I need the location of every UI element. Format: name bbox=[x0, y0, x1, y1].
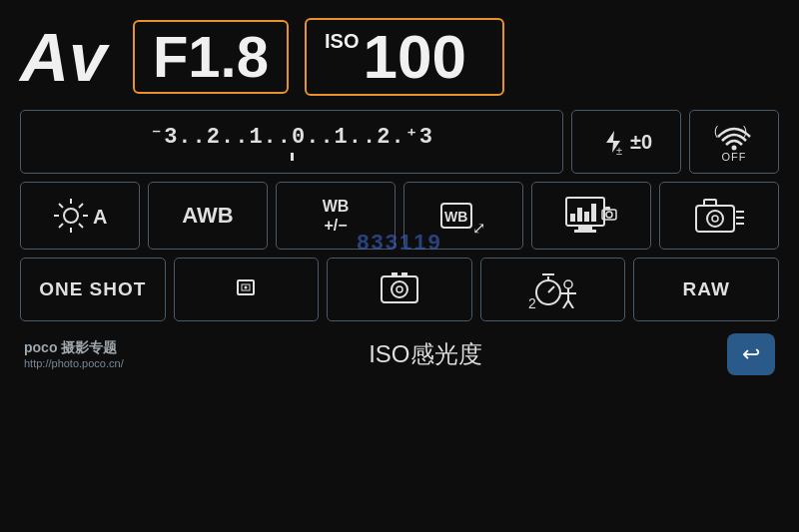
svg-text:⤢: ⤢ bbox=[472, 220, 485, 236]
svg-rect-38 bbox=[382, 276, 417, 302]
svg-rect-24 bbox=[591, 204, 596, 222]
svg-rect-21 bbox=[570, 214, 575, 222]
wifi-content: ( ) OFF bbox=[714, 121, 754, 163]
svg-point-30 bbox=[707, 211, 723, 227]
focus-area-icon bbox=[224, 270, 268, 308]
drive-mode-label: ONE SHOT bbox=[39, 278, 146, 300]
self-timer[interactable]: 2 bbox=[480, 258, 626, 321]
svg-text:WB: WB bbox=[444, 209, 467, 225]
wifi-control[interactable]: ( ) OFF bbox=[689, 110, 779, 174]
svg-point-47 bbox=[564, 280, 572, 288]
svg-point-2 bbox=[732, 146, 737, 151]
exposure-row: ⁻3..2..1..0..1..2.⁺3 ± ±0 ( ) bbox=[20, 110, 779, 174]
camera-screen: 833119 Av F1.8 ISO 100 ⁻3..2..1..0..1..2… bbox=[0, 0, 799, 532]
svg-rect-22 bbox=[577, 208, 582, 222]
svg-rect-27 bbox=[605, 207, 610, 210]
svg-rect-28 bbox=[696, 206, 734, 232]
metering-icon: A bbox=[51, 194, 109, 238]
poco-url: http://photo.poco.cn/ bbox=[24, 357, 124, 369]
svg-text:2: 2 bbox=[528, 295, 536, 308]
svg-rect-20 bbox=[574, 230, 596, 233]
drive-mode[interactable]: ONE SHOT bbox=[20, 258, 166, 321]
white-balance[interactable]: AWB bbox=[148, 182, 268, 250]
svg-line-45 bbox=[548, 286, 554, 292]
wb-shift-icon: WB ⤢ bbox=[439, 196, 487, 236]
wb-adjust-content: WB+/− bbox=[323, 197, 350, 235]
iso-value: 100 bbox=[363, 26, 465, 88]
svg-text:A: A bbox=[93, 206, 107, 228]
svg-line-12 bbox=[79, 204, 83, 208]
svg-rect-23 bbox=[584, 212, 589, 222]
svg-line-11 bbox=[79, 224, 83, 228]
picture-style-icon bbox=[564, 194, 618, 238]
svg-point-26 bbox=[606, 212, 612, 218]
exposure-scale[interactable]: ⁻3..2..1..0..1..2.⁺3 bbox=[20, 110, 563, 174]
icon-row: A AWB WB+/− WB ⤢ bbox=[20, 182, 779, 250]
picture-style[interactable] bbox=[531, 182, 651, 250]
flash-icon: ± bbox=[600, 129, 626, 155]
camera-settings-icon bbox=[692, 194, 746, 238]
wb-adjust[interactable]: WB+/− bbox=[276, 182, 396, 250]
iso-display[interactable]: ISO 100 bbox=[305, 18, 504, 96]
poco-watermark: poco 摄影专题 http://photo.poco.cn/ bbox=[24, 339, 124, 369]
svg-line-10 bbox=[59, 204, 63, 208]
flash-compensation[interactable]: ± ±0 bbox=[571, 110, 681, 174]
svg-rect-41 bbox=[392, 272, 398, 276]
image-quality[interactable]: RAW bbox=[633, 258, 779, 321]
camera-settings[interactable] bbox=[659, 182, 779, 250]
wb-shift-content: WB ⤢ bbox=[439, 196, 487, 236]
iso-bottom-label: ISO感光度 bbox=[369, 338, 481, 370]
bottom-bar: poco 摄影专题 http://photo.poco.cn/ ISO感光度 ↩ bbox=[20, 333, 779, 375]
awb-label: AWB bbox=[182, 203, 233, 229]
live-view[interactable] bbox=[327, 258, 472, 321]
svg-rect-42 bbox=[401, 272, 407, 276]
svg-rect-29 bbox=[704, 200, 716, 206]
back-arrow-icon: ↩ bbox=[742, 341, 760, 367]
poco-title: poco 摄影专题 bbox=[24, 339, 124, 357]
focus-area[interactable] bbox=[174, 258, 320, 321]
svg-text:(: ( bbox=[714, 124, 718, 138]
exposure-scale-text: ⁻3..2..1..0..1..2.⁺3 bbox=[150, 123, 433, 150]
metering-mode[interactable]: A bbox=[20, 182, 140, 250]
awb-content: AWB bbox=[182, 203, 233, 229]
exposure-tick bbox=[291, 153, 294, 161]
iso-prefix: ISO bbox=[325, 30, 359, 53]
top-row: Av F1.8 ISO 100 bbox=[20, 18, 779, 96]
svg-point-5 bbox=[64, 209, 78, 223]
flash-comp-value: ±0 bbox=[630, 131, 652, 154]
svg-point-31 bbox=[712, 216, 718, 222]
wb-adjust-label: WB+/− bbox=[323, 197, 350, 235]
svg-point-37 bbox=[245, 286, 248, 289]
svg-line-50 bbox=[563, 300, 568, 308]
wifi-off-label: OFF bbox=[722, 151, 747, 163]
wb-shift[interactable]: WB ⤢ bbox=[403, 182, 523, 250]
live-view-icon bbox=[378, 270, 421, 308]
svg-point-40 bbox=[397, 286, 402, 292]
svg-rect-19 bbox=[578, 226, 592, 230]
svg-text:±: ± bbox=[616, 145, 622, 155]
mode-label: Av bbox=[20, 23, 107, 91]
action-row: ONE SHOT bbox=[20, 258, 779, 321]
wifi-icon: ( ) bbox=[714, 121, 754, 151]
svg-text:): ) bbox=[743, 124, 747, 138]
svg-line-13 bbox=[59, 224, 63, 228]
self-timer-icon: 2 bbox=[526, 270, 580, 308]
aperture-display[interactable]: F1.8 bbox=[133, 20, 289, 94]
back-button[interactable]: ↩ bbox=[727, 333, 775, 375]
svg-line-51 bbox=[568, 300, 573, 308]
svg-point-39 bbox=[392, 281, 407, 297]
image-quality-label: RAW bbox=[683, 278, 730, 300]
